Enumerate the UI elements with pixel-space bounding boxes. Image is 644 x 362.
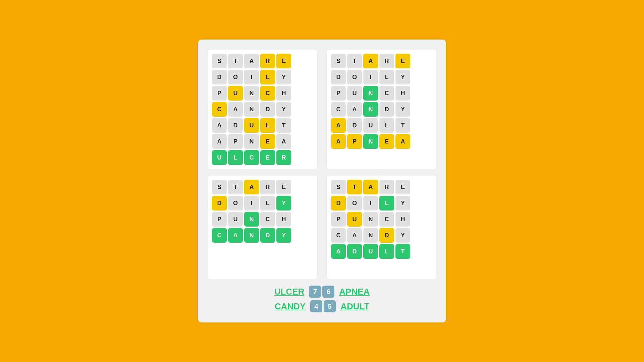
cell-c: C [331,102,346,117]
cell-d: D [347,244,362,259]
word-row: ADULT [212,118,313,133]
word-row: PUNCH [331,212,432,227]
word-candy[interactable]: CANDY [275,301,306,312]
cell-p: P [212,86,227,101]
cell-t: T [228,54,243,68]
word-row: CANDY [331,102,432,117]
cell-d: D [212,196,227,210]
cell-h: H [395,86,410,101]
cell-e: E [395,180,410,194]
cell-e: E [276,54,291,68]
badge-4: 4 [310,300,322,312]
word-row: PUNCH [212,212,313,227]
cell-a: A [347,102,362,117]
cell-n: N [244,86,259,101]
cell-n: N [244,134,259,149]
cell-e: E [260,134,275,149]
badge-5: 5 [324,300,336,312]
grid-top-right: STAREDOILYPUNCHCANDYADULTAPNEA [327,50,436,169]
word-row: ADULT [331,244,432,259]
cell-i: I [244,70,259,84]
word-row: PUNCH [212,86,313,101]
cell-y: Y [395,228,410,243]
grid-bottom-left: STAREDOILYPUNCHCANDY [208,176,317,279]
grid-top-left: STAREDOILYPUNCHCANDYADULTAPNEAULCER [208,50,317,169]
cell-p: P [331,86,346,101]
cell-c: C [260,212,275,227]
cell-d: D [379,228,394,243]
cell-r: R [260,180,275,194]
cell-u: U [363,244,378,259]
cell-o: O [228,70,243,84]
cell-h: H [276,86,291,101]
word-row: DOILY [331,196,432,210]
word-row: DOILY [212,70,313,84]
cell-a: A [331,118,346,133]
cell-a: A [212,118,227,133]
cell-l: L [228,150,243,165]
cell-s: S [331,54,346,68]
cell-u: U [212,150,227,165]
cell-i: I [363,196,378,210]
cell-l: L [379,118,394,133]
cell-y: Y [276,228,291,243]
cell-r: R [260,54,275,68]
cell-a: A [331,244,346,259]
cell-p: P [228,134,243,149]
cell-s: S [212,180,227,194]
cell-l: L [260,118,275,133]
cell-n: N [363,134,378,149]
word-row: CANDY [331,228,432,243]
cell-u: U [347,86,362,101]
cell-d: D [379,102,394,117]
cell-r: R [379,180,394,194]
word-row: ULCER [212,150,313,165]
cell-c: C [379,212,394,227]
word-row: STARE [212,180,313,194]
cell-d: D [331,196,346,210]
cell-n: N [244,212,259,227]
score-row-2: CANDY 4 5 ADULT [275,300,370,312]
main-card: STAREDOILYPUNCHCANDYADULTAPNEAULCER STAR… [198,40,446,322]
cell-t: T [347,180,362,194]
word-adult[interactable]: ADULT [340,301,369,312]
word-ulcer[interactable]: ULCER [274,287,305,297]
empty-row [331,268,432,275]
cell-n: N [363,228,378,243]
cell-y: Y [276,102,291,117]
empty-row [212,252,313,259]
word-row: CANDY [212,228,313,243]
cell-i: I [244,196,259,210]
cell-l: L [379,70,394,84]
cell-c: C [212,102,227,117]
word-row: APNEA [212,134,313,149]
cell-t: T [395,118,410,133]
cell-y: Y [276,196,291,210]
empty-row [331,150,432,157]
empty-row [212,244,313,251]
cell-d: D [347,118,362,133]
grids-container: STAREDOILYPUNCHCANDYADULTAPNEAULCER STAR… [208,50,436,279]
word-row: ADULT [331,118,432,133]
bottom-bar: ULCER 7 6 APNEA CANDY 4 5 ADULT [208,286,436,312]
cell-e: E [276,180,291,194]
cell-s: S [331,180,346,194]
cell-p: P [347,134,362,149]
cell-a: A [331,134,346,149]
cell-a: A [395,134,410,149]
empty-row [212,260,313,267]
cell-l: L [379,196,394,210]
cell-u: U [228,86,243,101]
cell-h: H [395,212,410,227]
badge-7: 7 [309,286,321,298]
empty-row [331,260,432,267]
cell-a: A [244,54,259,68]
cell-c: C [331,228,346,243]
cell-n: N [244,102,259,117]
cell-i: I [363,70,378,84]
word-apnea[interactable]: APNEA [339,287,370,297]
cell-c: C [244,150,259,165]
word-row: PUNCH [331,86,432,101]
cell-h: H [276,212,291,227]
score-row-1: ULCER 7 6 APNEA [274,286,370,298]
